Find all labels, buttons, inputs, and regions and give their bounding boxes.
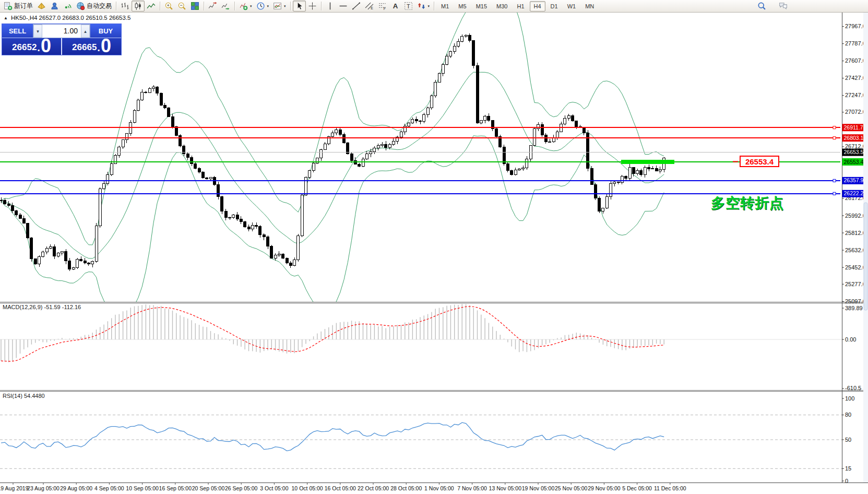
- svg-text:27247.0: 27247.0: [845, 92, 866, 98]
- toolbar-separator: [204, 2, 204, 10]
- text-button[interactable]: A: [389, 1, 402, 11]
- periods-button[interactable]: ▾: [254, 1, 271, 11]
- community-icon: [50, 2, 59, 10]
- svg-text:27072.0: 27072.0: [845, 109, 866, 115]
- volume-up-icon: ▴: [84, 29, 87, 34]
- horizontal-line-button[interactable]: [337, 1, 350, 11]
- buy-price[interactable]: 26665.0: [61, 38, 121, 55]
- zoom-out-button[interactable]: [175, 1, 188, 11]
- svg-text:10 Oct 05:00: 10 Oct 05:00: [292, 485, 323, 491]
- text-label-button[interactable]: T: [402, 1, 415, 11]
- svg-text:T: T: [407, 3, 410, 9]
- toolbar-separator: [321, 2, 322, 10]
- candlestick-button[interactable]: [132, 1, 145, 11]
- zoom-in-button[interactable]: [162, 1, 175, 11]
- price-annotation-box[interactable]: 26553.4: [740, 156, 779, 167]
- hline-anchor[interactable]: [833, 126, 836, 129]
- time-axis[interactable]: 19 Aug 201923 Aug 05:0029 Aug 05:004 Sep…: [0, 483, 686, 491]
- scrollbar-thumb[interactable]: [864, 203, 867, 310]
- svg-text:389.89: 389.89: [845, 305, 863, 311]
- crosshair-button[interactable]: [306, 1, 319, 11]
- svg-text:29 Nov 05:00: 29 Nov 05:00: [588, 485, 621, 491]
- broadcast-icon: [63, 2, 72, 10]
- equidistant-channel-icon: E: [365, 2, 374, 10]
- svg-text:23 Aug 05:00: 23 Aug 05:00: [27, 485, 60, 491]
- zoom-in-icon: [164, 2, 173, 10]
- timeframe-D1[interactable]: D1: [546, 1, 562, 11]
- svg-text:80: 80: [845, 411, 851, 418]
- timeframe-M1[interactable]: M1: [437, 1, 453, 11]
- line-chart-button[interactable]: [145, 1, 158, 11]
- timeframe-H1[interactable]: H1: [513, 1, 528, 11]
- chart-canvas[interactable]: 27967.027787.027607.027427.027247.027072…: [0, 13, 868, 494]
- svg-text:0: 0: [845, 478, 848, 484]
- sell-price[interactable]: 26652.0: [2, 38, 61, 55]
- main-chart-panel[interactable]: [0, 13, 840, 321]
- tile-windows-button[interactable]: [188, 1, 201, 11]
- bar-chart-button[interactable]: [118, 1, 132, 11]
- trendline-button[interactable]: [350, 1, 363, 11]
- timeframe-W1[interactable]: W1: [563, 1, 580, 11]
- broadcast-button[interactable]: [61, 1, 74, 11]
- hline-anchor[interactable]: [833, 137, 836, 139]
- sell-price-dot: .: [37, 42, 40, 53]
- svg-text:20 Sep 05:00: 20 Sep 05:00: [192, 485, 225, 491]
- macd-signal-line: [1, 307, 664, 361]
- chat-button[interactable]: [777, 1, 790, 11]
- highlight-zone[interactable]: [621, 160, 674, 164]
- chat-icon: [779, 2, 788, 10]
- new-order-button[interactable]: 新订单: [2, 1, 35, 11]
- arrows-dropdown-caret[interactable]: ▾: [428, 4, 430, 8]
- turning-point-annotation[interactable]: 多空转折点: [711, 194, 784, 213]
- svg-text:27607.0: 27607.0: [845, 57, 866, 64]
- svg-text:15: 15: [845, 465, 851, 472]
- svg-text:-610.5: -610.5: [845, 385, 861, 391]
- indicators-button[interactable]: ▾: [237, 1, 254, 11]
- timeframe-H4[interactable]: H4: [530, 1, 545, 11]
- svg-text:11 Dec 05:00: 11 Dec 05:00: [654, 485, 686, 491]
- sell-button[interactable]: SELL: [2, 24, 33, 38]
- fibonacci-button[interactable]: F: [376, 1, 389, 11]
- periods-dropdown-caret[interactable]: ▾: [267, 4, 269, 8]
- macd-panel[interactable]: [0, 304, 842, 362]
- symbol-header: ▲ HK50-,H4 26527.0 26683.0 26510.5 26653…: [4, 15, 130, 21]
- timeframe-M15[interactable]: M15: [472, 1, 491, 11]
- volume-increase-button[interactable]: ▴: [81, 25, 90, 38]
- rsi-panel[interactable]: [0, 415, 842, 469]
- cursor-button[interactable]: [293, 1, 306, 11]
- vertical-line-button[interactable]: [324, 1, 337, 11]
- indicators-dropdown-caret[interactable]: ▾: [250, 4, 252, 8]
- templates-button[interactable]: ▾: [271, 1, 288, 11]
- rsi-indicator-label: RSI(14) 54.4480: [3, 393, 45, 399]
- svg-text:19 Aug 2019: 19 Aug 2019: [0, 485, 29, 491]
- auto-scroll-button[interactable]: [219, 1, 232, 11]
- chart-shift-button[interactable]: [206, 1, 219, 11]
- svg-text:26553.4: 26553.4: [844, 159, 864, 165]
- timeframe-MN[interactable]: MN: [581, 1, 598, 11]
- svg-text:3 Oct 05:00: 3 Oct 05:00: [260, 485, 288, 491]
- autotrading-button[interactable]: 自动交易: [74, 1, 114, 11]
- community-button[interactable]: [48, 1, 61, 11]
- zoom-out-icon: [177, 2, 186, 10]
- timeframe-M5[interactable]: M5: [454, 1, 470, 11]
- hline-anchor[interactable]: [833, 179, 836, 182]
- horizontal-line-icon: [339, 2, 348, 10]
- timeframe-M30[interactable]: M30: [492, 1, 512, 11]
- search-icon: [757, 2, 766, 10]
- candlestick-icon: [134, 2, 142, 10]
- svg-text:25812.0: 25812.0: [845, 230, 866, 236]
- svg-text:28 Oct 05:00: 28 Oct 05:00: [390, 485, 422, 491]
- svg-text:27427.0: 27427.0: [845, 75, 866, 81]
- arrows-button[interactable]: ▾: [415, 1, 432, 11]
- search-button[interactable]: [755, 1, 768, 11]
- svg-text:16 Oct 05:00: 16 Oct 05:00: [325, 485, 356, 491]
- svg-text:0.00: 0.00: [845, 336, 856, 343]
- bar-chart-icon: [121, 2, 129, 10]
- main-toolbar: 新订单自动交易▾▾▾EFAT▾M1M5M15M30H1H4D1W1MN: [0, 0, 868, 13]
- hline-anchor[interactable]: [833, 192, 836, 195]
- metaeditor-button[interactable]: [35, 1, 48, 11]
- equidistant-channel-button[interactable]: E: [363, 1, 376, 11]
- macd-indicator-label: MACD(12,26,9) -51.59 -112.16: [3, 304, 81, 310]
- templates-dropdown-caret[interactable]: ▾: [284, 4, 286, 8]
- svg-text:27787.0: 27787.0: [845, 40, 866, 46]
